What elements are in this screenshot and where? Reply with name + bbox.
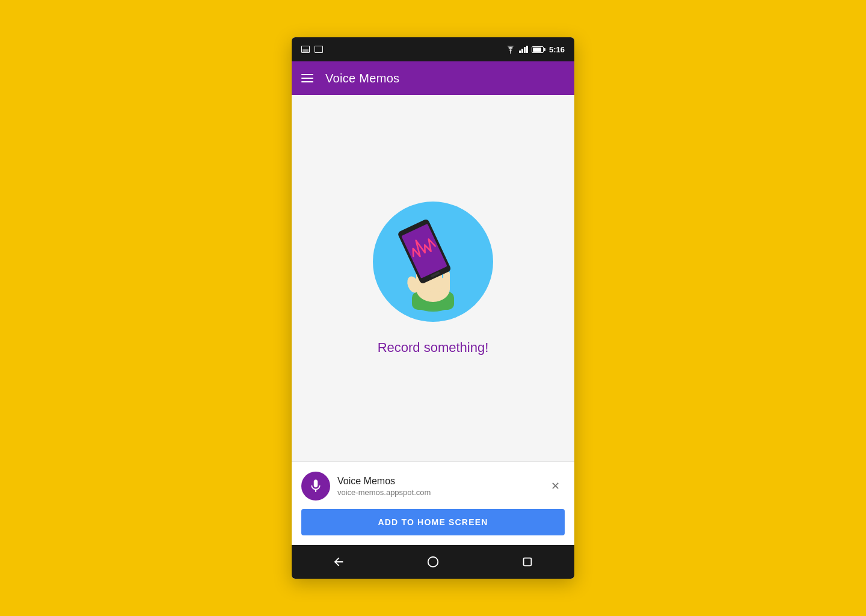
microphone-icon	[308, 478, 324, 494]
add-to-home-banner: Voice Memos voice-memos.appspot.com ✕ AD…	[292, 461, 574, 545]
wifi-icon	[506, 46, 515, 54]
recents-icon	[521, 555, 534, 568]
banner-app-icon	[301, 472, 330, 500]
main-content: Record something!	[292, 95, 574, 461]
svg-rect-7	[443, 271, 450, 292]
svg-point-12	[428, 557, 438, 567]
svg-point-0	[510, 52, 511, 54]
status-bar-left	[301, 46, 323, 53]
battery-icon	[532, 46, 545, 53]
back-button[interactable]	[327, 550, 351, 574]
hamburger-menu-button[interactable]	[301, 74, 313, 82]
status-time: 5:16	[549, 45, 565, 54]
image-status-icon	[301, 46, 310, 53]
phone-frame: 5:16 Voice Memos	[292, 37, 574, 579]
record-something-label: Record something!	[378, 340, 489, 356]
banner-app-name: Voice Memos	[337, 476, 538, 487]
signal-icon	[519, 46, 528, 53]
home-icon	[426, 555, 440, 568]
banner-text: Voice Memos voice-memos.appspot.com	[337, 476, 538, 497]
illustration-circle	[373, 202, 493, 322]
phone-hand-illustration	[385, 208, 481, 316]
banner-header: Voice Memos voice-memos.appspot.com ✕	[301, 472, 565, 500]
add-to-home-button[interactable]: ADD TO HOME SCREEN	[301, 509, 565, 535]
back-icon	[332, 555, 345, 568]
app-bar-title: Voice Memos	[325, 72, 399, 85]
banner-url: voice-memos.appspot.com	[337, 488, 538, 497]
recents-button[interactable]	[515, 550, 539, 574]
home-button[interactable]	[421, 550, 445, 574]
status-bar: 5:16	[292, 37, 574, 61]
banner-close-button[interactable]: ✕	[545, 476, 565, 496]
sim-status-icon	[315, 46, 323, 53]
app-bar: Voice Memos	[292, 61, 574, 95]
nav-bar	[292, 545, 574, 579]
status-bar-right: 5:16	[506, 45, 565, 54]
svg-rect-13	[523, 558, 531, 566]
